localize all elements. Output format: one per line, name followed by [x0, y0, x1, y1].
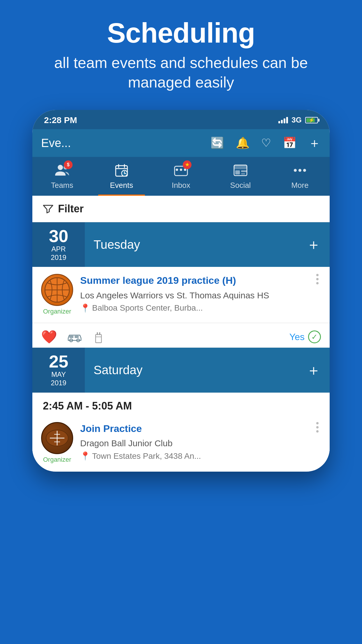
date-block-2: 25 MAY 2019 [32, 348, 85, 393]
nav-label-social: Social [230, 181, 251, 190]
date-month-2: MAY [51, 370, 66, 378]
svg-rect-17 [241, 170, 247, 172]
add-icon[interactable]: ＋ [308, 134, 321, 152]
event-avatar-col-2: Organizer [41, 422, 73, 463]
date-add-button-2[interactable]: ＋ [298, 360, 330, 380]
rsvp-check-1: ✓ [308, 330, 321, 343]
nav-item-inbox[interactable]: ★ Inbox [158, 160, 204, 196]
date-month-1: APR [51, 245, 66, 253]
inbox-badge: ★ [183, 160, 191, 169]
events-icon [114, 163, 129, 178]
event-card-2: Organizer Join Practice Dragon Ball Juni… [32, 415, 330, 470]
social-icon-wrap [233, 163, 248, 179]
date-header-1: 30 APR 2019 Tuesday ＋ [32, 222, 330, 267]
date-header-2: 25 MAY 2019 Saturday ＋ [32, 348, 330, 393]
svg-rect-31 [99, 332, 100, 335]
svg-rect-16 [235, 170, 240, 174]
nav-item-more[interactable]: More [277, 160, 323, 196]
filter-bar[interactable]: Filter [32, 196, 330, 222]
signal-bar-1 [278, 121, 280, 123]
event-avatar-col-1: Organizer [41, 274, 73, 315]
app-toolbar: Eve... 🔄 🔔 ♡ 📅 ＋ [32, 129, 330, 157]
nav-item-events[interactable]: Events [98, 160, 145, 196]
date-day-2: 25 [41, 353, 77, 370]
car-icon[interactable] [66, 332, 83, 342]
nav-item-teams[interactable]: $ Teams [39, 160, 85, 196]
toolbar-icons: 🔄 🔔 ♡ 📅 ＋ [210, 134, 321, 152]
date-weekday-1: Tuesday [85, 238, 298, 252]
svg-rect-18 [241, 173, 245, 174]
nav-item-social[interactable]: Social [217, 160, 264, 196]
social-icon [233, 163, 248, 178]
nav-label-inbox: Inbox [172, 181, 190, 190]
event-teams-1: Los Angeles Warriors vs St. Thomas Aquin… [80, 289, 307, 302]
event-teams-2: Dragon Ball Junior Club [80, 437, 307, 449]
status-bar: 2:28 PM 3G ⚡ [32, 110, 330, 129]
rsvp-text-1: Yes [289, 332, 305, 342]
page-title: Scheduling [23, 18, 339, 48]
location-pin-2: 📍 [80, 451, 90, 461]
event-title-2[interactable]: Join Practice [80, 422, 307, 435]
event-main-row-1: Organizer Summer league 2019 practice (H… [41, 274, 321, 315]
favorite-icon[interactable]: ♡ [261, 136, 271, 149]
battery-indicator: ⚡ [305, 117, 318, 123]
signal-bar-2 [281, 120, 283, 123]
battery-bolt: ⚡ [309, 117, 314, 123]
date-month-year-1: APR 2019 [41, 245, 77, 262]
food-icon[interactable] [92, 330, 105, 344]
signal-bar-4 [286, 117, 288, 123]
teams-icon-wrap: $ [55, 163, 70, 179]
svg-rect-25 [75, 336, 79, 338]
filter-icon [43, 204, 53, 214]
heart-action-icon[interactable]: ❤️ [41, 329, 57, 344]
location-pin-1: 📍 [80, 303, 90, 313]
date-year-1: 2019 [51, 253, 66, 261]
svg-rect-30 [97, 332, 98, 335]
refresh-icon[interactable]: 🔄 [210, 136, 224, 149]
event-location-1: 📍 Balboa Sports Center, Burba... [80, 303, 307, 313]
basketball-svg [44, 277, 70, 303]
menu-dot-1 [316, 274, 319, 276]
football-svg [44, 425, 70, 451]
date-block-1: 30 APR 2019 [32, 222, 85, 267]
teams-badge: $ [64, 160, 73, 169]
event-actions-1: ❤️ Yes [32, 323, 330, 348]
svg-rect-24 [69, 336, 73, 338]
date-add-button-1[interactable]: ＋ [298, 235, 330, 254]
date-weekday-2: Saturday [85, 363, 298, 377]
date-day-1: 30 [41, 228, 77, 245]
svg-rect-28 [96, 335, 101, 343]
svg-point-19 [294, 169, 297, 172]
status-icons: 3G ⚡ [278, 116, 318, 125]
menu-dot-5 [316, 426, 319, 428]
calendar-icon[interactable]: 📅 [283, 136, 296, 149]
event-menu-2[interactable] [314, 422, 321, 433]
event-card-1: Organizer Summer league 2019 practice (H… [32, 267, 330, 322]
action-icons-1: ❤️ [41, 329, 105, 344]
inbox-icon-wrap: ★ [173, 163, 189, 179]
event-time-2: 2:45 AM - 5:05 AM [32, 393, 330, 415]
event-main-row-2: Organizer Join Practice Dragon Ball Juni… [41, 422, 321, 463]
more-icon [292, 163, 307, 178]
event-avatar-2 [41, 422, 73, 454]
nav-label-events: Events [110, 181, 133, 190]
notification-icon[interactable]: 🔔 [236, 136, 249, 149]
event-organizer-1: Organizer [43, 308, 71, 315]
network-indicator: 3G [291, 116, 302, 125]
bottom-nav: $ Teams Events [32, 157, 330, 196]
menu-dot-4 [316, 422, 319, 424]
svg-point-11 [176, 169, 178, 171]
phone-mockup: 2:28 PM 3G ⚡ Eve... 🔄 🔔 ♡ 📅 ＋ [32, 110, 330, 472]
date-year-2: 2019 [51, 379, 66, 387]
event-title-1[interactable]: Summer league 2019 practice (H) [80, 274, 307, 287]
menu-dot-6 [316, 430, 319, 433]
event-menu-1[interactable] [314, 274, 321, 284]
svg-point-20 [298, 169, 301, 172]
date-month-year-2: MAY 2019 [41, 370, 77, 387]
toolbar-title: Eve... [41, 136, 71, 150]
signal-bars [278, 117, 288, 123]
svg-point-12 [180, 169, 182, 171]
svg-rect-15 [234, 165, 247, 169]
battery-icon: ⚡ [305, 117, 318, 123]
rsvp-status-1: Yes ✓ [289, 330, 321, 343]
